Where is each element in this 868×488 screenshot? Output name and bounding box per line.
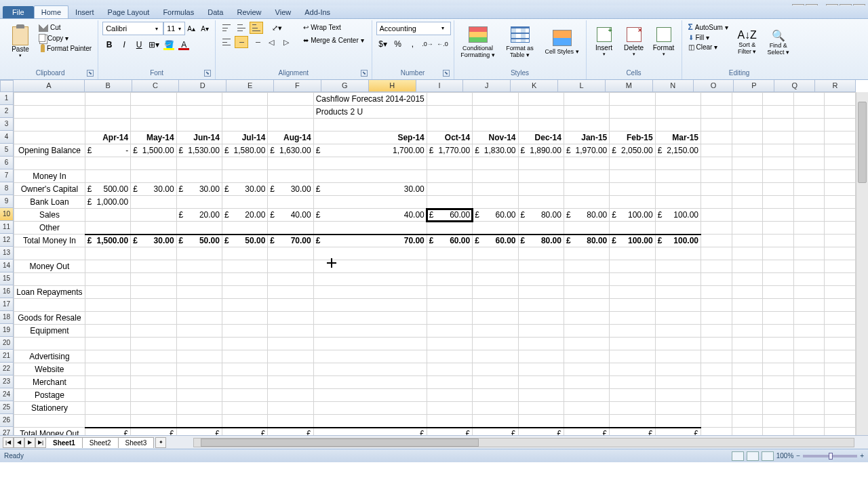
grow-font-button[interactable]: A▴ bbox=[185, 22, 197, 35]
tab-data[interactable]: Data bbox=[201, 6, 230, 18]
cell-M11[interactable] bbox=[655, 222, 701, 235]
cell-N8[interactable] bbox=[701, 183, 732, 196]
cell-A4[interactable] bbox=[14, 131, 85, 144]
cell-E3[interactable] bbox=[222, 119, 267, 131]
row-header-4[interactable]: 4 bbox=[0, 131, 14, 144]
cell-K20[interactable] bbox=[564, 338, 609, 350]
row-header-17[interactable]: 17 bbox=[0, 298, 14, 311]
tab-nav-last[interactable]: ▶| bbox=[35, 437, 46, 448]
cell-J6[interactable] bbox=[518, 157, 564, 170]
cell-E19[interactable] bbox=[222, 325, 267, 338]
cell-B1[interactable] bbox=[85, 93, 130, 106]
cell-L26[interactable] bbox=[610, 415, 655, 428]
increase-decimal-button[interactable]: .0→ bbox=[421, 37, 435, 51]
cell-B8[interactable]: £500.00 bbox=[85, 183, 130, 196]
cell-G1[interactable]: Cashflow Forecast 2014-2015 bbox=[313, 93, 427, 106]
row-header-27[interactable]: 27 bbox=[0, 427, 14, 435]
wrap-text-button[interactable]: ↩Wrap Text bbox=[300, 22, 367, 33]
cell-L8[interactable] bbox=[610, 183, 655, 196]
cell-E18[interactable] bbox=[222, 312, 267, 325]
row-header-7[interactable]: 7 bbox=[0, 169, 14, 182]
cell-R16[interactable] bbox=[825, 286, 856, 299]
cell-K11[interactable] bbox=[564, 222, 609, 235]
cell-P21[interactable] bbox=[763, 350, 794, 363]
cell-C27[interactable]: £ bbox=[131, 428, 176, 436]
cell-D16[interactable] bbox=[176, 286, 222, 299]
cell-H22[interactable] bbox=[427, 363, 472, 376]
cell-L25[interactable] bbox=[610, 402, 655, 415]
cell-P4[interactable] bbox=[763, 131, 794, 144]
tab-nav-prev[interactable]: ◀ bbox=[14, 437, 24, 448]
row-header-21[interactable]: 21 bbox=[0, 350, 14, 363]
cell-C26[interactable] bbox=[131, 415, 176, 428]
cell-A16[interactable]: Loan Repayments bbox=[14, 286, 85, 299]
cell-Q3[interactable] bbox=[793, 119, 825, 131]
cell-D19[interactable] bbox=[176, 325, 222, 338]
cell-N4[interactable] bbox=[701, 131, 732, 144]
cell-B9[interactable]: £1,000.00 bbox=[85, 196, 130, 209]
cell-O8[interactable] bbox=[732, 183, 763, 196]
indent-decrease-button[interactable]: ◁ bbox=[264, 36, 278, 48]
cell-H23[interactable] bbox=[427, 376, 472, 389]
cell-G9[interactable] bbox=[313, 196, 427, 209]
cell-K25[interactable] bbox=[564, 402, 609, 415]
tab-addins[interactable]: Add-Ins bbox=[298, 6, 337, 18]
column-header-B[interactable]: B bbox=[85, 80, 132, 92]
cell-J19[interactable] bbox=[518, 325, 564, 338]
tab-formulas[interactable]: Formulas bbox=[156, 6, 201, 18]
cell-N13[interactable] bbox=[701, 247, 732, 260]
border-button[interactable]: ⊞▾ bbox=[147, 38, 161, 52]
cell-A20[interactable] bbox=[14, 338, 85, 350]
cell-P12[interactable] bbox=[763, 235, 794, 247]
cell-O20[interactable] bbox=[732, 338, 763, 350]
cell-M12[interactable]: £100.00 bbox=[655, 235, 701, 247]
cell-E15[interactable] bbox=[222, 273, 267, 286]
cell-C16[interactable] bbox=[131, 286, 176, 299]
cell-F26[interactable] bbox=[268, 415, 313, 428]
format-painter-button[interactable]: Format Painter bbox=[37, 43, 94, 53]
align-left-button[interactable] bbox=[220, 36, 233, 48]
cell-A27[interactable]: Total Money Out bbox=[14, 428, 85, 436]
cell-G3[interactable] bbox=[313, 119, 427, 131]
cell-K24[interactable] bbox=[564, 389, 609, 402]
cell-J21[interactable] bbox=[518, 350, 564, 363]
cell-R19[interactable] bbox=[825, 325, 856, 338]
cell-G10[interactable]: £40.00 bbox=[313, 209, 427, 222]
decrease-decimal-button[interactable]: ←.0 bbox=[436, 37, 450, 51]
cell-P23[interactable] bbox=[763, 376, 794, 389]
cell-I5[interactable]: £1,830.00 bbox=[473, 144, 518, 157]
cell-A5[interactable]: Opening Balance bbox=[14, 144, 85, 157]
cell-D14[interactable] bbox=[176, 260, 222, 273]
cell-G14[interactable] bbox=[313, 260, 427, 273]
cell-E26[interactable] bbox=[222, 415, 267, 428]
cell-L19[interactable] bbox=[610, 325, 655, 338]
cell-N21[interactable] bbox=[701, 350, 732, 363]
cell-F14[interactable] bbox=[268, 260, 313, 273]
row-header-5[interactable]: 5 bbox=[0, 144, 14, 157]
orientation-button[interactable]: ⤢▾ bbox=[270, 22, 283, 34]
cell-I14[interactable] bbox=[473, 260, 518, 273]
sheet-tab-1[interactable]: Sheet1 bbox=[45, 437, 83, 448]
cell-E16[interactable] bbox=[222, 286, 267, 299]
cell-Q9[interactable] bbox=[793, 196, 825, 209]
cell-L18[interactable] bbox=[610, 312, 655, 325]
cell-J25[interactable] bbox=[518, 402, 564, 415]
cell-H15[interactable] bbox=[427, 273, 472, 286]
cell-H24[interactable] bbox=[427, 389, 472, 402]
tab-page-layout[interactable]: Page Layout bbox=[101, 6, 157, 18]
cell-O24[interactable] bbox=[732, 389, 763, 402]
find-select-button[interactable]: 🔍Find & Select ▾ bbox=[764, 22, 793, 62]
column-header-O[interactable]: O bbox=[694, 80, 734, 92]
cell-A23[interactable]: Merchant bbox=[14, 376, 85, 389]
cell-I7[interactable] bbox=[473, 170, 518, 183]
cell-G16[interactable] bbox=[313, 286, 427, 299]
cell-C7[interactable] bbox=[131, 170, 176, 183]
cell-L14[interactable] bbox=[610, 260, 655, 273]
cell-C17[interactable] bbox=[131, 299, 176, 312]
cell-I18[interactable] bbox=[473, 312, 518, 325]
cell-O3[interactable] bbox=[732, 119, 763, 131]
cell-C13[interactable] bbox=[131, 247, 176, 260]
cell-R15[interactable] bbox=[825, 273, 856, 286]
cell-H2[interactable] bbox=[427, 106, 472, 119]
cell-H18[interactable] bbox=[427, 312, 472, 325]
